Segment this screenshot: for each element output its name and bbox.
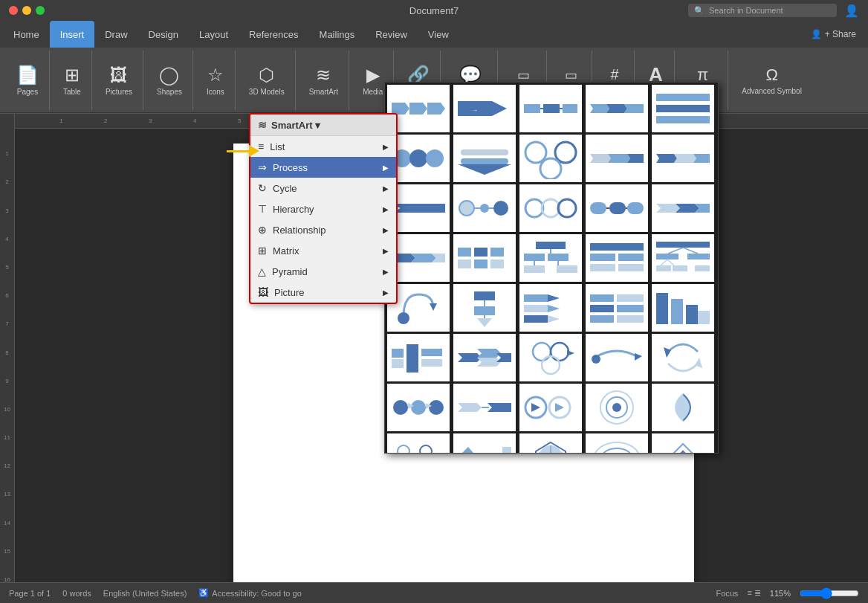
smartart-item-5[interactable] [652,85,714,132]
menu-item-cycle[interactable]: ↻ Cycle ▶ [250,178,396,199]
menu-item-pyramid[interactable]: △ Pyramid ▶ [250,261,396,282]
arrow-line [227,150,249,152]
smartart-item-3[interactable] [519,85,582,132]
zoom-slider[interactable] [800,587,859,599]
smartart-item-17[interactable] [453,234,516,282]
table-icon: ⊞ [65,65,80,86]
smartart-item-30[interactable] [652,334,714,381]
ruler-v-tick: 5 [5,242,8,271]
pyramid-icon: △ [258,265,266,277]
smartart-item-27[interactable] [453,334,516,381]
smartart-item-26[interactable] [387,334,450,381]
tab-mailings[interactable]: Mailings [309,21,366,48]
media-button[interactable]: ▶ Media [358,62,387,99]
menu-item-matrix[interactable]: ⊞ Matrix ▶ [250,240,396,261]
smartart-item-19[interactable] [586,234,648,282]
table-button[interactable]: ⊞ Table [59,62,85,99]
svg-point-25 [525,142,546,163]
focus-label[interactable]: Focus [716,589,738,598]
smartart-item-15[interactable] [652,184,714,232]
advancedsymbol-button[interactable]: Ω Advanced Symbol [737,62,806,98]
svg-rect-62 [524,254,545,261]
smartart-item-12[interactable] [453,184,516,232]
smartart-item-9[interactable] [586,135,648,182]
header-icon: ▭ [517,67,530,83]
smartart-item-25[interactable] [652,284,714,332]
user-icon[interactable]: 👤 [844,4,859,18]
pages-button[interactable]: 📄 Pages [12,62,43,99]
maximize-button[interactable] [36,6,45,15]
smartart-item-38[interactable] [519,433,582,454]
svg-point-116 [551,343,569,361]
smartart-item-2[interactable]: → [453,85,516,132]
svg-point-153 [602,448,632,454]
smartart-item-31[interactable] [387,384,450,431]
smartart-item-33[interactable] [519,384,582,431]
menu-item-process[interactable]: ⇒ Process ▶ [250,157,396,178]
smartart-item-37[interactable] [453,433,516,454]
smartart-item-28[interactable] [519,334,582,381]
smartart-item-14[interactable] [586,184,648,232]
smartart-item-23[interactable] [519,284,582,332]
smartart-item-24[interactable] [586,284,648,332]
smartart-item-29[interactable] [586,334,648,381]
tab-draw[interactable]: Draw [94,21,137,48]
tab-design[interactable]: Design [138,21,189,48]
smartart-submenu-panel: → [384,82,719,454]
smartart-item-18[interactable] [519,234,582,282]
menu-item-list[interactable]: ≡ List ▶ [250,136,396,157]
smartart-item-8[interactable] [519,135,582,182]
smartart-item-7[interactable] [453,135,516,182]
picture-icon: 🖼 [258,286,268,298]
smartart-button[interactable]: ≋ SmartArt [305,62,343,99]
tab-references[interactable]: References [239,21,308,48]
tab-insert[interactable]: Insert [50,21,95,48]
svg-point-35 [459,201,474,216]
smartart-item-35[interactable] [652,384,714,431]
smartart-item-22[interactable] [453,284,516,332]
svg-rect-23 [461,158,508,164]
svg-line-75 [683,248,698,254]
svg-rect-105 [698,311,710,324]
minimize-button[interactable] [22,6,31,15]
pictures-button[interactable]: 🖼 Pictures [101,62,137,99]
smartart-item-13[interactable] [519,184,582,232]
statusbar-right: Focus ≡ ≣ 115% [716,587,859,599]
3dmodels-label: 3D Models [249,88,285,96]
ruler-v-tick: 7 [5,299,8,327]
share-button[interactable]: 👤 + Share [802,21,865,48]
icons-button[interactable]: ☆ Icons [202,62,229,99]
menu-header[interactable]: ≋ SmartArt ▾ [250,115,396,136]
smartart-item-4[interactable] [586,85,648,132]
pages-icon: 📄 [16,65,39,86]
tab-review[interactable]: Review [365,21,418,48]
window-controls [9,6,45,15]
footer-icon: ▭ [565,67,577,83]
menu-item-picture[interactable]: 🖼 Picture ▶ [250,282,396,303]
menu-item-relationship[interactable]: ⊕ Relationship ▶ [250,219,396,240]
smartart-item-40[interactable] [652,433,714,454]
tab-view[interactable]: View [418,21,459,48]
svg-rect-58 [490,248,504,257]
close-button[interactable] [9,6,18,15]
advancedsymbol-label: Advanced Symbol [742,87,802,95]
smartart-item-36[interactable] [387,433,450,454]
smartart-item-10[interactable] [652,135,714,182]
svg-rect-81 [673,265,687,271]
svg-marker-134 [555,403,564,412]
tab-home[interactable]: Home [3,21,50,48]
svg-point-140 [420,445,432,454]
shapes-button[interactable]: ◯ Shapes [152,62,187,99]
menu-item-hierarchy[interactable]: ⊤ Hierarchy ▶ [250,199,396,219]
svg-rect-45 [627,202,644,214]
ruler-v-tick: 12 [4,441,10,469]
svg-rect-17 [656,105,710,112]
3dmodels-button[interactable]: ⬡ 3D Models [244,62,289,99]
smartart-item-20[interactable] [652,234,714,282]
smartart-item-39[interactable] [586,433,648,454]
smartart-item-34[interactable] [586,384,648,431]
tab-layout[interactable]: Layout [189,21,239,48]
search-box[interactable]: 🔍 Search in Document [688,4,837,17]
smartart-item-32[interactable] [453,384,516,431]
svg-rect-69 [590,254,615,261]
